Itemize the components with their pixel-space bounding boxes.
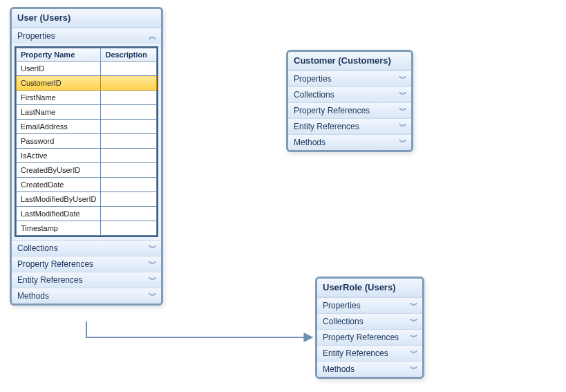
user-properties-table-container: Property Name Description UserIDCustomer… (15, 46, 158, 237)
chevron-down-icon: ︾ (410, 365, 417, 373)
table-row[interactable]: FirstName (17, 91, 157, 105)
property-name-cell[interactable]: LastModifiedByUserID (17, 192, 101, 207)
property-description-cell[interactable] (101, 163, 157, 178)
property-description-cell[interactable] (101, 76, 157, 91)
entity-user-title: User (Users) (12, 9, 161, 28)
user-section-methods[interactable]: Methods ︾ (12, 288, 161, 304)
chevron-down-icon: ︾ (410, 333, 417, 342)
table-row[interactable]: LastName (17, 105, 157, 120)
table-row[interactable]: EmailAddress (17, 120, 157, 134)
chevron-down-icon: ︾ (399, 138, 406, 147)
property-description-cell[interactable] (101, 105, 157, 120)
property-description-cell[interactable] (101, 207, 157, 221)
userrole-section-properties[interactable]: Properties ︾ (317, 297, 422, 313)
customer-section-methods[interactable]: Methods ︾ (288, 134, 411, 150)
section-label: Properties (17, 31, 55, 41)
section-label: Property References (294, 106, 370, 115)
table-row[interactable]: CustomerID (17, 76, 157, 91)
table-row[interactable]: CreatedByUserID (17, 163, 157, 178)
entity-customer[interactable]: Customer (Customers) Properties ︾ Collec… (286, 50, 413, 152)
property-name-cell[interactable]: CustomerID (17, 76, 101, 91)
section-label: Entity References (294, 122, 359, 131)
property-description-cell[interactable] (101, 221, 157, 236)
section-label: Methods (294, 138, 326, 147)
userrole-section-entity-references[interactable]: Entity References ︾ (317, 345, 422, 361)
user-properties-table[interactable]: Property Name Description UserIDCustomer… (16, 48, 157, 236)
table-row[interactable]: Timestamp (17, 221, 157, 236)
property-name-cell[interactable]: CreatedDate (17, 178, 101, 192)
table-row[interactable]: UserID (17, 62, 157, 76)
entity-userrole[interactable]: UserRole (Users) Properties ︾ Collection… (315, 277, 424, 379)
customer-section-collections[interactable]: Collections ︾ (288, 86, 411, 102)
section-label: Methods (323, 364, 355, 374)
user-section-collections[interactable]: Collections ︾ (12, 240, 161, 256)
section-label: Collections (323, 317, 364, 326)
entity-user[interactable]: User (Users) Properties ︽ Property Name … (10, 7, 163, 306)
col-description[interactable]: Description (101, 48, 157, 62)
property-description-cell[interactable] (101, 192, 157, 207)
section-label: Entity References (323, 348, 388, 358)
table-row[interactable]: LastModifiedByUserID (17, 192, 157, 207)
table-row[interactable]: IsActive (17, 149, 157, 163)
customer-section-properties[interactable]: Properties ︾ (288, 71, 411, 86)
property-name-cell[interactable]: CreatedByUserID (17, 163, 101, 178)
customer-section-entity-references[interactable]: Entity References ︾ (288, 118, 411, 134)
userrole-section-methods[interactable]: Methods ︾ (317, 361, 422, 377)
property-name-cell[interactable]: Timestamp (17, 221, 101, 236)
section-label: Collections (17, 243, 58, 253)
entity-customer-title: Customer (Customers) (288, 52, 411, 71)
userrole-section-collections[interactable]: Collections ︾ (317, 313, 422, 329)
section-label: Collections (294, 90, 334, 100)
chevron-down-icon: ︾ (399, 106, 406, 115)
chevron-down-icon: ︾ (410, 349, 417, 357)
section-label: Properties (294, 74, 332, 84)
table-row[interactable]: CreatedDate (17, 178, 157, 192)
chevron-down-icon: ︾ (149, 244, 155, 252)
chevron-down-icon: ︾ (399, 122, 406, 131)
user-section-property-references[interactable]: Property References ︾ (12, 256, 161, 272)
chevron-up-icon: ︽ (149, 32, 155, 40)
section-label: Methods (17, 291, 49, 301)
property-name-cell[interactable]: LastName (17, 105, 101, 120)
table-row[interactable]: Password (17, 134, 157, 149)
chevron-down-icon: ︾ (410, 317, 417, 326)
property-description-cell[interactable] (101, 120, 157, 134)
table-row[interactable]: LastModifiedDate (17, 207, 157, 221)
property-description-cell[interactable] (101, 62, 157, 76)
property-description-cell[interactable] (101, 91, 157, 105)
property-name-cell[interactable]: UserID (17, 62, 101, 76)
property-name-cell[interactable]: IsActive (17, 149, 101, 163)
chevron-down-icon: ︾ (399, 91, 406, 99)
section-label: Property References (17, 259, 93, 269)
col-property-name[interactable]: Property Name (17, 48, 101, 62)
section-label: Entity References (17, 275, 83, 285)
user-section-properties[interactable]: Properties ︽ (12, 28, 161, 44)
entity-userrole-title: UserRole (Users) (317, 279, 422, 297)
chevron-down-icon: ︾ (149, 260, 155, 268)
chevron-down-icon: ︾ (149, 276, 155, 284)
property-name-cell[interactable]: EmailAddress (17, 120, 101, 134)
property-name-cell[interactable]: FirstName (17, 91, 101, 105)
chevron-down-icon: ︾ (399, 75, 406, 83)
user-section-entity-references[interactable]: Entity References ︾ (12, 272, 161, 288)
property-name-cell[interactable]: Password (17, 134, 101, 149)
chevron-down-icon: ︾ (149, 292, 155, 300)
customer-section-property-references[interactable]: Property References ︾ (288, 102, 411, 118)
section-label: Properties (323, 301, 361, 310)
property-description-cell[interactable] (101, 178, 157, 192)
property-description-cell[interactable] (101, 149, 157, 163)
property-name-cell[interactable]: LastModifiedDate (17, 207, 101, 221)
userrole-section-property-references[interactable]: Property References ︾ (317, 329, 422, 345)
chevron-down-icon: ︾ (410, 301, 417, 310)
property-description-cell[interactable] (101, 134, 157, 149)
section-label: Property References (323, 333, 399, 342)
